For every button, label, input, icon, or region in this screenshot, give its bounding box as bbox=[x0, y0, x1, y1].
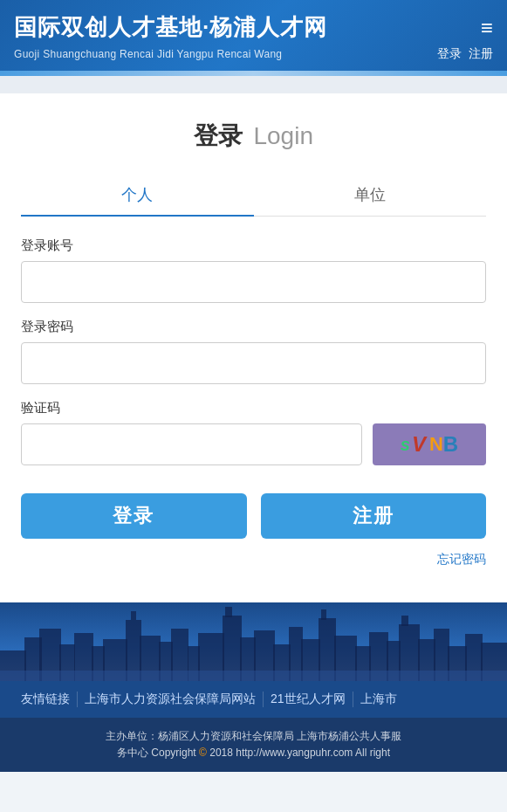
link-item-2[interactable]: 上海市 bbox=[353, 692, 404, 707]
password-label: 登录密码 bbox=[21, 319, 486, 335]
svg-rect-29 bbox=[401, 616, 408, 626]
captcha-input[interactable] bbox=[21, 423, 362, 465]
header-register-link[interactable]: 注册 bbox=[469, 46, 493, 62]
menu-icon[interactable]: ≡ bbox=[481, 16, 493, 40]
login-button[interactable]: 登录 bbox=[21, 493, 247, 539]
copyright-text: 主办单位：杨浦区人力资源和社会保障局 上海市杨浦公共人事服务中心 Copyrig… bbox=[106, 730, 401, 759]
copyright-symbol: © bbox=[199, 747, 207, 759]
register-button[interactable]: 注册 bbox=[261, 493, 487, 539]
account-label: 登录账号 bbox=[21, 237, 486, 254]
captcha-row: s V N B bbox=[21, 423, 486, 465]
links-label: 友情链接 bbox=[14, 692, 78, 707]
action-buttons: 登录 注册 bbox=[21, 493, 486, 539]
forgot-row: 忘记密码 bbox=[21, 551, 486, 568]
header-auth: 登录 注册 bbox=[437, 46, 493, 62]
spacer bbox=[0, 76, 507, 93]
tab-company[interactable]: 单位 bbox=[254, 174, 487, 216]
site-subtitle: Guoji Shuangchuang Rencai Jidi Yangpu Re… bbox=[14, 48, 282, 60]
header-login-link[interactable]: 登录 bbox=[437, 46, 462, 62]
city-skyline-svg bbox=[0, 602, 507, 681]
svg-rect-16 bbox=[225, 607, 232, 617]
footer-banner bbox=[0, 602, 507, 681]
page-title-row: 登录 Login bbox=[21, 120, 486, 153]
login-tabs: 个人 单位 bbox=[21, 174, 486, 217]
captcha-label: 验证码 bbox=[21, 400, 486, 416]
account-field-group: 登录账号 bbox=[21, 237, 486, 303]
svg-rect-35 bbox=[0, 671, 507, 681]
page-title-en: Login bbox=[253, 122, 313, 149]
captcha-field-group: 验证码 s V N B bbox=[21, 400, 486, 465]
captcha-image[interactable]: s V N B bbox=[373, 423, 486, 465]
tab-personal[interactable]: 个人 bbox=[21, 174, 254, 216]
main-content: 登录 Login 个人 单位 登录账号 登录密码 验证码 s V N B bbox=[0, 93, 507, 602]
footer-copyright: 主办单位：杨浦区人力资源和社会保障局 上海市杨浦公共人事服务中心 Copyrig… bbox=[0, 718, 507, 772]
page-title-zh: 登录 bbox=[194, 122, 243, 149]
password-input[interactable] bbox=[21, 342, 486, 384]
links-bar: 友情链接 上海市人力资源社会保障局网站 21世纪人才网 上海市 bbox=[0, 681, 507, 718]
link-item-0[interactable]: 上海市人力资源社会保障局网站 bbox=[78, 692, 264, 707]
link-item-1[interactable]: 21世纪人才网 bbox=[264, 692, 353, 707]
site-title: 国际双创人才基地·杨浦人才网 bbox=[14, 12, 472, 43]
svg-rect-9 bbox=[131, 611, 136, 620]
site-header: 国际双创人才基地·杨浦人才网 ≡ Guoji Shuangchuang Renc… bbox=[0, 0, 507, 71]
forgot-password-link[interactable]: 忘记密码 bbox=[437, 552, 486, 566]
account-input[interactable] bbox=[21, 261, 486, 303]
svg-rect-23 bbox=[321, 609, 326, 620]
password-field-group: 登录密码 bbox=[21, 319, 486, 384]
